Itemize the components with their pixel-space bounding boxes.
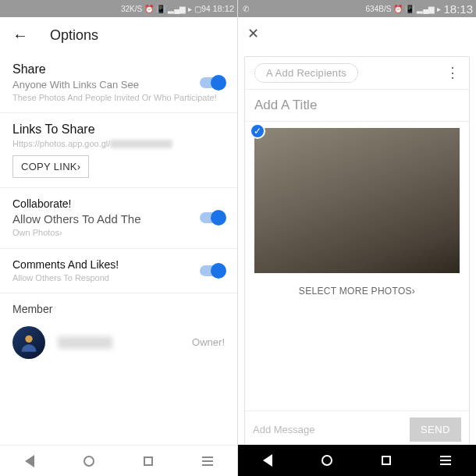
nav-home-icon[interactable] [321,455,332,466]
collaborate-toggle[interactable] [200,212,225,223]
overflow-menu-icon[interactable]: ⋮ [446,69,460,76]
back-arrow-icon[interactable]: ← [12,27,28,44]
page-title: Options [50,27,98,44]
collaborate-caption: Own Photos› [12,227,225,238]
net-speed: 32K/S [121,5,142,13]
close-row: ✕ [238,17,476,50]
send-button[interactable]: SEND [410,417,461,442]
nav-back-icon[interactable] [25,455,34,467]
clock: 18:13 [443,2,473,16]
collaborate-subtitle: Allow Others To Add The [12,211,225,227]
nav-recent-icon[interactable] [144,456,153,466]
nav-menu-icon[interactable] [440,456,451,465]
select-more-photos-button[interactable]: SELECT MORE PHOTOS› [254,273,460,320]
message-input[interactable]: Add Message [253,424,403,435]
message-row: Add Message SEND [245,410,469,448]
links-title: Links To Share [12,123,225,137]
links-section: Links To Share Https://photos.app.goo.gl… [0,113,237,188]
share-caption: These Photos And People Invited Or Who P… [12,92,225,103]
wifi-icon: ▸ [188,5,192,13]
member-row[interactable]: Owner! [0,318,237,367]
member-name-redacted [58,336,112,349]
share-title: Share [12,62,225,76]
share-url: Https://photos.app.goo.gl/ [12,138,225,149]
clock: 18:12 [212,4,234,13]
nav-bar-left [0,445,237,476]
battery-icon: ▢94 [194,5,210,13]
comments-toggle[interactable] [200,265,225,276]
vibrate-icon: 📳 [156,5,165,13]
share-toggle[interactable] [200,77,225,88]
share-section: Share Anyone With Links Can See These Ph… [0,53,237,113]
compose-card: A Add Recipients ⋮ Add A Title ✓ SELECT … [244,56,470,470]
comments-section: Comments And Likes! Allow Others To Resp… [0,249,237,293]
title-input[interactable]: Add A Title [245,90,469,122]
selected-check-icon[interactable]: ✓ [250,123,265,139]
signal-icon: ▂▄▆ [417,5,435,13]
comments-title: Comments And Likes! [12,258,225,271]
svg-point-0 [25,336,32,343]
close-icon[interactable]: ✕ [247,26,259,41]
compose-screen: ✆ 634B/S ⏰ 📳 ▂▄▆ ▸ 18:13 ✕ A Add Recipie… [238,0,476,476]
collaborate-title: Collaborate! [12,197,225,210]
app-header: ← Options [0,17,237,53]
status-bar-left: 32K/S ⏰ 📳 ▂▄▆ ▸ ▢94 18:12 [0,0,237,17]
share-subtitle: Anyone With Links Can See [12,78,225,92]
photo-thumbnail[interactable]: ✓ [254,128,460,273]
alarm-icon: ⏰ [393,5,403,13]
photo-area: ✓ SELECT MORE PHOTOS› [245,122,469,326]
avatar [12,326,45,359]
options-screen: 32K/S ⏰ 📳 ▂▄▆ ▸ ▢94 18:12 ← Options Shar… [0,0,238,476]
vibrate-icon: 📳 [405,5,414,13]
signal-icon: ▂▄▆ [168,5,186,13]
avatar-image-icon [18,332,40,353]
nav-bar-right [238,445,476,476]
collaborate-section: Collaborate! Allow Others To Add The Own… [0,188,237,249]
nav-back-icon[interactable] [263,454,272,467]
comments-subtitle: Allow Others To Respond [12,272,225,283]
url-redacted [110,140,172,148]
wifi-icon: ▸ [437,5,441,13]
member-role: Owner! [192,336,225,348]
alarm-icon: ⏰ [144,5,154,13]
copy-link-button[interactable]: COPY LINK› [12,155,89,178]
whatsapp-icon: ✆ [243,5,249,13]
net-speed: 634B/S [366,5,392,13]
recipients-row: A Add Recipients ⋮ [245,57,469,90]
nav-recent-icon[interactable] [382,456,391,465]
nav-home-icon[interactable] [83,456,94,467]
status-bar-right: ✆ 634B/S ⏰ 📳 ▂▄▆ ▸ 18:13 [238,0,476,17]
photo-image [254,128,460,273]
add-recipients-button[interactable]: A Add Recipients [254,63,358,83]
nav-menu-icon[interactable] [202,456,213,466]
member-heading: Member [0,293,237,318]
